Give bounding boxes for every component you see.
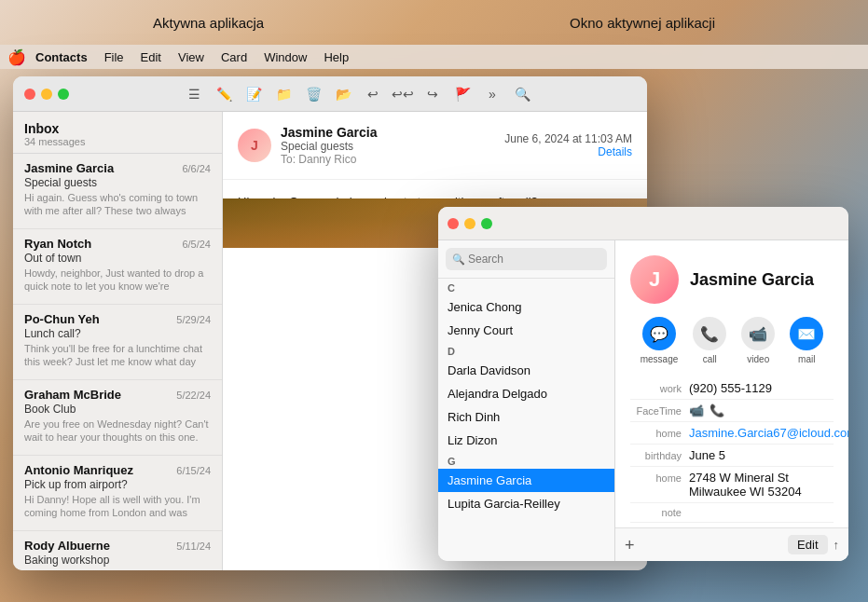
message-label: message	[641, 354, 679, 364]
contact-field-work: work (920) 555-1129	[630, 377, 834, 400]
mail-item-preview: Hi Danny! Hope all is well with you. I'm…	[24, 493, 211, 523]
menubar-edit[interactable]: Edit	[133, 48, 169, 66]
contact-field-address: home 2748 W Mineral StMilwaukee WI 53204	[630, 467, 834, 503]
mail-item-date: 5/11/24	[176, 540, 211, 552]
mail-item-preview: Are you free on Wednesday night? Can't w…	[24, 417, 211, 447]
edit-contact-button[interactable]: Edit	[788, 535, 827, 554]
menubar-window[interactable]: Window	[256, 48, 314, 66]
menubar-file[interactable]: File	[97, 48, 131, 66]
mail-list-item[interactable]: Antonio Manriquez 6/15/24 Pick up from a…	[13, 456, 222, 531]
share-contact-button[interactable]: ↑	[834, 535, 840, 554]
mail-item-subject: Special guests	[24, 176, 211, 189]
contact-video-button[interactable]: 📹 video	[741, 317, 775, 364]
mail-item-subject: Pick up from airport?	[24, 478, 211, 491]
contact-field-birthday: birthday June 5	[630, 445, 834, 467]
inbox-title: Inbox	[24, 121, 211, 136]
mail-label: mail	[798, 354, 815, 364]
mail-item-sender: Antonio Manriquez	[24, 463, 133, 477]
mail-item-date: 5/29/24	[176, 314, 211, 325]
compose-icon[interactable]: ✏️	[214, 84, 234, 104]
field-label-birthday: birthday	[630, 450, 682, 461]
contacts-minimize-button[interactable]	[464, 218, 475, 229]
mail-item-date: 6/5/24	[182, 239, 211, 250]
mail-list-item[interactable]: Ryan Notch 6/5/24 Out of town Howdy, nei…	[13, 229, 222, 305]
call-label: call	[703, 354, 717, 364]
archive-icon[interactable]: 📁	[273, 84, 294, 104]
mail-list-item[interactable]: Po-Chun Yeh 5/29/24 Lunch call? Think yo…	[13, 305, 222, 380]
call-icon: 📞	[693, 317, 726, 350]
field-label-facetime: FaceTime	[630, 405, 682, 417]
video-icon: 📹	[741, 317, 775, 350]
contacts-titlebar	[438, 207, 848, 240]
menubar-help[interactable]: Help	[316, 48, 356, 66]
minimize-button[interactable]	[41, 89, 52, 100]
search-icon[interactable]: 🔍	[512, 84, 532, 104]
contact-call-button[interactable]: 📞 call	[693, 317, 726, 364]
mail-item-sender: Rody Albuerne	[24, 539, 110, 553]
field-label-email: home	[630, 428, 682, 439]
flag-icon[interactable]: 🚩	[452, 84, 473, 104]
contact-avatar: J	[630, 255, 679, 304]
contacts-maximize-button[interactable]	[481, 218, 492, 229]
annotation-label-2: Okno aktywnej aplikacji	[570, 15, 715, 31]
new-message-icon[interactable]: 📝	[243, 84, 264, 104]
add-contact-button[interactable]: +	[625, 537, 635, 554]
contact-list-item[interactable]: Jenny Court	[438, 319, 614, 342]
reply-all-icon[interactable]: ↩↩	[393, 84, 413, 104]
menubar-app-name[interactable]: Contacts	[28, 48, 95, 66]
contacts-section-header: G	[438, 452, 614, 469]
annotation-label-1: Aktywna aplikacja	[153, 15, 264, 31]
apple-menu-icon[interactable]: 🍎	[7, 48, 26, 66]
mail-item-date: 6/6/24	[182, 163, 211, 174]
mail-item-sender: Jasmine Garcia	[24, 161, 114, 175]
contact-field-email: home Jasmine.Garcia67@icloud.com	[630, 422, 834, 445]
mail-list: Jasmine Garcia 6/6/24 Special guests Hi …	[13, 154, 222, 570]
contacts-close-button[interactable]	[448, 218, 459, 229]
contacts-section-header: C	[438, 279, 614, 295]
menubar: 🍎 Contacts File Edit View Card Window He…	[0, 45, 868, 69]
mail-list-item[interactable]: Jasmine Garcia 6/6/24 Special guests Hi …	[13, 154, 222, 229]
contact-list-item[interactable]: Jenica Chong	[438, 295, 614, 319]
contact-list-item[interactable]: Rich Dinh	[438, 405, 614, 429]
contacts-list: CJenica ChongJenny CourtDDarla DavidsonA…	[438, 279, 614, 515]
footer-right: Edit ↑	[788, 535, 839, 554]
folder-icon[interactable]: 📂	[333, 84, 353, 104]
mail-from-to: To: Danny Rico	[281, 153, 495, 166]
inbox-count: 34 messages	[24, 136, 211, 147]
reply-icon[interactable]: ↩	[363, 84, 383, 104]
contact-action-buttons: 💬 message 📞 call 📹 video ✉️ mail	[630, 317, 834, 364]
maximize-button[interactable]	[58, 89, 69, 100]
mail-timestamp: June 6, 2024 at 11:03 AM Details	[504, 132, 632, 158]
contact-mail-button[interactable]: ✉️ mail	[790, 317, 823, 364]
sidebar-toggle-icon[interactable]: ☰	[184, 84, 204, 104]
contacts-search-input[interactable]	[446, 248, 607, 270]
forward-icon[interactable]: ↪	[422, 84, 443, 104]
contact-list-item[interactable]: Jasmine Garcia	[438, 469, 614, 492]
trash-icon[interactable]: 🗑️	[303, 84, 324, 104]
facetime-audio-icon[interactable]: 📞	[710, 404, 724, 417]
mail-item-preview: Hi again. Guess who's coming to town wit…	[24, 191, 211, 221]
menubar-view[interactable]: View	[171, 48, 212, 66]
mail-item-preview: Think you'll be free for a lunchtime cha…	[24, 342, 211, 372]
contact-list-item[interactable]: Darla Davidson	[438, 359, 614, 382]
contact-list-item[interactable]: Liz Dizon	[438, 429, 614, 452]
details-link[interactable]: Details	[504, 145, 632, 158]
mail-list-item[interactable]: Rody Albuerne 5/11/24 Baking workshop He…	[13, 531, 222, 570]
field-value-email[interactable]: Jasmine.Garcia67@icloud.com	[689, 426, 848, 440]
menubar-card[interactable]: Card	[214, 48, 255, 66]
facetime-video-icon[interactable]: 📹	[689, 404, 704, 417]
close-button[interactable]	[24, 89, 35, 100]
field-label-address: home	[630, 472, 682, 484]
contact-list-item[interactable]: Lupita Garcia-Reilley	[438, 492, 614, 515]
mail-from-subject: Special guests	[281, 140, 495, 153]
contacts-detail: J Jasmine Garcia 💬 message 📞 call 📹 vide…	[615, 240, 848, 561]
mail-item-preview: Howdy, neighbor, Just wanted to drop a q…	[24, 267, 211, 296]
contact-message-button[interactable]: 💬 message	[641, 317, 679, 364]
more-icon[interactable]: »	[482, 84, 503, 104]
mail-item-sender: Po-Chun Yeh	[24, 312, 100, 326]
mail-item-subject: Book Club	[24, 403, 211, 416]
facetime-icons: 📹 📞	[689, 404, 724, 417]
sender-avatar: J	[238, 129, 271, 162]
contact-list-item[interactable]: Alejandra Delgado	[438, 382, 614, 405]
mail-list-item[interactable]: Graham McBride 5/22/24 Book Club Are you…	[13, 380, 222, 456]
